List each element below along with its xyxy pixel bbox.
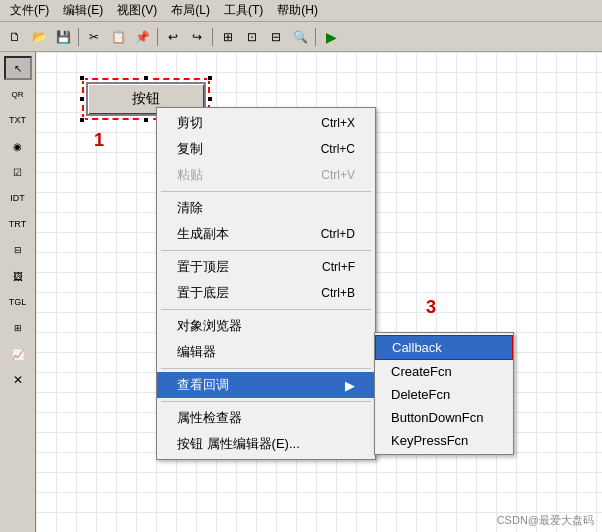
submenu-callback: Callback CreateFcn DeleteFcn ButtonDownF…	[374, 332, 514, 455]
tool-select[interactable]: ↖	[4, 56, 32, 80]
submenu-deletefcn-label: DeleteFcn	[391, 387, 450, 402]
submenu-createfcn[interactable]: CreateFcn	[375, 360, 513, 383]
menu-help[interactable]: 帮助(H)	[271, 0, 324, 21]
separator-after-callback	[161, 401, 371, 402]
submenu-keypressfcn-label: KeyPressFcn	[391, 433, 468, 448]
toolbar-open[interactable]: 📂	[28, 26, 50, 48]
toolbar-paste[interactable]: 📌	[131, 26, 153, 48]
tool-tgl[interactable]: TGL	[4, 290, 32, 314]
menu-cut-label: 剪切	[177, 114, 203, 132]
menu-view[interactable]: 视图(V)	[111, 0, 163, 21]
handle-ml[interactable]	[79, 96, 85, 102]
tool-img[interactable]: 🖼	[4, 264, 32, 288]
menu-copy-label: 复制	[177, 140, 203, 158]
separator-after-paste	[161, 191, 371, 192]
menu-copy-shortcut: Ctrl+C	[321, 142, 355, 156]
menu-send-back-shortcut: Ctrl+B	[321, 286, 355, 300]
submenu-keypressfcn[interactable]: KeyPressFcn	[375, 429, 513, 452]
left-panel: ↖ QR TXT ◉ ☑ IDT TRT ⊟ 🖼 TGL ⊞ 📈 ✕	[0, 52, 36, 532]
menu-object-browser[interactable]: 对象浏览器	[157, 313, 375, 339]
separator-1	[78, 28, 79, 46]
context-menu: 剪切 Ctrl+X 复制 Ctrl+C 粘贴 Ctrl+V 清除 生成副本 Ct…	[156, 107, 376, 460]
toolbar-run[interactable]: ▶	[320, 26, 342, 48]
toolbar-copy[interactable]: 📋	[107, 26, 129, 48]
tool-text[interactable]: TXT	[4, 108, 32, 132]
menu-property-editor-label: 按钮 属性编辑器(E)...	[177, 435, 300, 453]
menu-copy[interactable]: 复制 Ctrl+C	[157, 136, 375, 162]
menu-clear-label: 清除	[177, 199, 203, 217]
menu-paste-shortcut: Ctrl+V	[321, 168, 355, 182]
menu-bring-front-shortcut: Ctrl+F	[322, 260, 355, 274]
tool-check[interactable]: ☑	[4, 160, 32, 184]
submenu-callback-item[interactable]: Callback	[375, 335, 513, 360]
step-label-1: 1	[94, 130, 104, 151]
menu-layout[interactable]: 布局(L)	[165, 0, 216, 21]
separator-2	[157, 28, 158, 46]
submenu-createfcn-label: CreateFcn	[391, 364, 452, 379]
menu-send-back-label: 置于底层	[177, 284, 229, 302]
handle-mr[interactable]	[207, 96, 213, 102]
tool-chart[interactable]: 📈	[4, 342, 32, 366]
separator-after-duplicate	[161, 250, 371, 251]
menu-property-inspector-label: 属性检查器	[177, 409, 242, 427]
submenu-buttondownfcn[interactable]: ButtonDownFcn	[375, 406, 513, 429]
submenu-buttondownfcn-label: ButtonDownFcn	[391, 410, 484, 425]
main-area: ↖ QR TXT ◉ ☑ IDT TRT ⊟ 🖼 TGL ⊞ 📈 ✕ 按钮 1 …	[0, 52, 602, 532]
submenu-callback-label: Callback	[392, 340, 442, 355]
toolbar: 🗋 📂 💾 ✂ 📋 📌 ↩ ↪ ⊞ ⊡ ⊟ 🔍 ▶	[0, 22, 602, 52]
canvas-area[interactable]: 按钮 1 2 3 剪切 Ctrl+X 复制 Ctrl+C 粘贴	[36, 52, 602, 532]
menu-view-callback[interactable]: 查看回调 ▶	[157, 372, 375, 398]
toolbar-cut[interactable]: ✂	[83, 26, 105, 48]
menu-clear[interactable]: 清除	[157, 195, 375, 221]
handle-bl[interactable]	[79, 117, 85, 123]
menu-paste-label: 粘贴	[177, 166, 203, 184]
handle-bm[interactable]	[143, 117, 149, 123]
menu-editor[interactable]: 编辑器	[157, 339, 375, 365]
menu-bring-front-label: 置于顶层	[177, 258, 229, 276]
submenu-deletefcn[interactable]: DeleteFcn	[375, 383, 513, 406]
menu-bring-front[interactable]: 置于顶层 Ctrl+F	[157, 254, 375, 280]
menu-duplicate-shortcut: Ctrl+D	[321, 227, 355, 241]
menu-send-back[interactable]: 置于底层 Ctrl+B	[157, 280, 375, 306]
tool-cross[interactable]: ✕	[4, 368, 32, 392]
menu-object-browser-label: 对象浏览器	[177, 317, 242, 335]
handle-tm[interactable]	[143, 75, 149, 81]
toolbar-dist[interactable]: ⊟	[265, 26, 287, 48]
tool-tab[interactable]: ⊞	[4, 316, 32, 340]
toolbar-grid[interactable]: ⊞	[217, 26, 239, 48]
tool-box[interactable]: ⊟	[4, 238, 32, 262]
handle-tl[interactable]	[79, 75, 85, 81]
menu-view-callback-label: 查看回调	[177, 376, 229, 394]
menu-paste[interactable]: 粘贴 Ctrl+V	[157, 162, 375, 188]
separator-3	[212, 28, 213, 46]
menu-property-editor[interactable]: 按钮 属性编辑器(E)...	[157, 431, 375, 457]
menu-cut-shortcut: Ctrl+X	[321, 116, 355, 130]
toolbar-undo[interactable]: ↩	[162, 26, 184, 48]
tool-edit[interactable]: IDT	[4, 186, 32, 210]
handle-tr[interactable]	[207, 75, 213, 81]
toolbar-align[interactable]: ⊡	[241, 26, 263, 48]
separator-after-editor	[161, 368, 371, 369]
watermark: CSDN@最爱大盘码	[497, 513, 594, 528]
separator-after-layers	[161, 309, 371, 310]
toolbar-zoom[interactable]: 🔍	[289, 26, 311, 48]
tool-radio[interactable]: ◉	[4, 134, 32, 158]
menu-property-inspector[interactable]: 属性检查器	[157, 405, 375, 431]
menubar: 文件(F) 编辑(E) 视图(V) 布局(L) 工具(T) 帮助(H)	[0, 0, 602, 22]
menu-duplicate-label: 生成副本	[177, 225, 229, 243]
toolbar-save[interactable]: 💾	[52, 26, 74, 48]
menu-cut[interactable]: 剪切 Ctrl+X	[157, 110, 375, 136]
toolbar-redo[interactable]: ↪	[186, 26, 208, 48]
menu-file[interactable]: 文件(F)	[4, 0, 55, 21]
menu-editor-label: 编辑器	[177, 343, 216, 361]
tool-trt[interactable]: TRT	[4, 212, 32, 236]
toolbar-new[interactable]: 🗋	[4, 26, 26, 48]
menu-edit[interactable]: 编辑(E)	[57, 0, 109, 21]
separator-4	[315, 28, 316, 46]
step-label-3: 3	[426, 297, 436, 318]
menu-tools[interactable]: 工具(T)	[218, 0, 269, 21]
menu-duplicate[interactable]: 生成副本 Ctrl+D	[157, 221, 375, 247]
widget-label: 按钮	[132, 90, 160, 108]
submenu-arrow: ▶	[345, 378, 355, 393]
tool-qr[interactable]: QR	[4, 82, 32, 106]
